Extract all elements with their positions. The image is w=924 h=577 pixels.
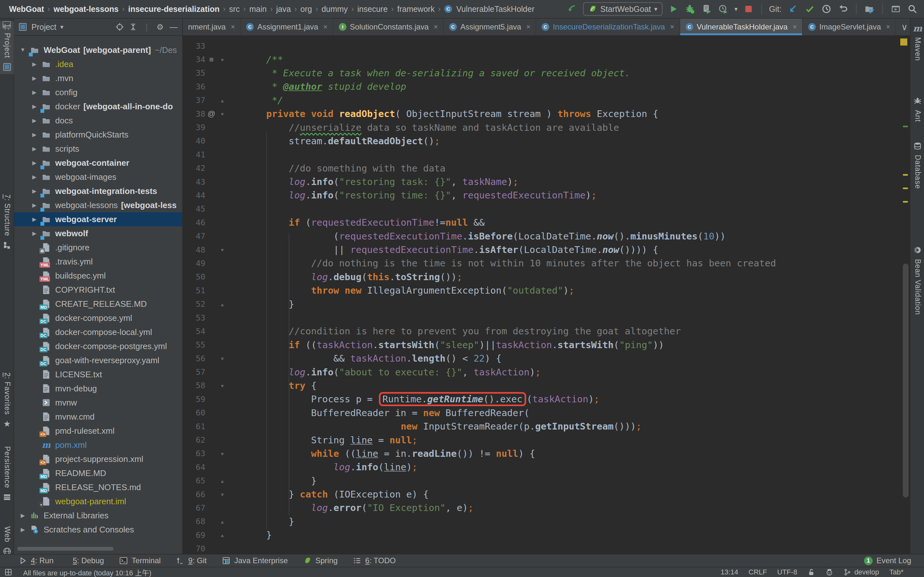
fold-down-icon[interactable]: ▿ — [218, 246, 227, 253]
tree-expand-icon[interactable]: ▶ — [29, 202, 40, 209]
code-line[interactable]: 58▿ try { — [183, 379, 901, 392]
tool-window-button-persistence[interactable]: Persistence — [0, 444, 14, 504]
hector-icon[interactable] — [825, 568, 833, 576]
code-line[interactable]: 47 (requestedExecutionTime.isBefore(Loca… — [183, 229, 901, 243]
git-rollback-button[interactable] — [837, 3, 849, 15]
code-line[interactable]: 68▵ } — [183, 515, 901, 528]
code-line[interactable]: 45 — [183, 202, 901, 216]
breadcrumb-item[interactable]: framework — [397, 5, 435, 14]
tree-expand-icon[interactable]: ▶ — [29, 103, 40, 110]
tree-row[interactable]: ▶webwolf — [14, 226, 182, 240]
run-config-selector[interactable]: StartWebGoat ▾ — [583, 2, 662, 16]
gear-icon[interactable]: ⚙ — [155, 22, 165, 32]
tool-window-button--debug[interactable]: 5: Debug — [69, 556, 104, 565]
tool-window-button-database[interactable]: Database — [911, 139, 924, 191]
code-line[interactable]: 70 — [183, 542, 901, 554]
stop-button[interactable] — [743, 3, 754, 15]
fold-down-icon[interactable]: ▿ — [218, 110, 227, 117]
tree-row[interactable]: MDREADME.MD — [14, 466, 182, 480]
tool-window-button--git[interactable]: 9: Git — [176, 556, 207, 565]
code-line[interactable]: 42 //do something with the data — [183, 161, 901, 175]
code-line[interactable]: 48▿ || requestedExecutionTime.isAfter(Lo… — [183, 243, 901, 256]
code-line[interactable]: 36 * @author stupid develop — [183, 80, 901, 93]
code-line[interactable]: 40 stream.defaultReadObject(); — [183, 134, 901, 148]
code-line[interactable]: 66▿ } catch (IOException e) { — [183, 488, 901, 501]
chevron-down-icon[interactable]: ▾ — [60, 23, 63, 31]
tree-row[interactable]: ▶webgoat-lessons[webgoat-less — [14, 198, 182, 212]
tree-row[interactable]: ▶webgoat-images — [14, 170, 182, 184]
tree-expand-icon[interactable]: ▶ — [17, 526, 28, 533]
fold-down-icon[interactable]: ▿ — [218, 491, 227, 498]
close-icon[interactable]: × — [670, 23, 674, 31]
breadcrumb-item[interactable]: java — [276, 5, 291, 14]
tree-row[interactable]: ▶config — [14, 85, 182, 99]
tree-expand-icon[interactable]: ▶ — [29, 131, 40, 138]
close-icon[interactable]: × — [793, 23, 797, 31]
fold-down-icon[interactable]: ▿ — [218, 56, 227, 63]
tree-expand-icon[interactable]: ▶ — [29, 75, 40, 82]
editor-tab[interactable]: nment.java× — [183, 19, 241, 35]
code-line[interactable]: 51 throw new IllegalArgumentException("o… — [183, 284, 901, 297]
error-stripe[interactable] — [901, 36, 910, 554]
tree-row[interactable]: ▶.idea — [14, 57, 182, 71]
editor-scrollbar[interactable] — [903, 263, 909, 498]
tree-expand-icon[interactable]: ▶ — [29, 61, 40, 68]
code-line[interactable]: 63▿ while ((line = in.readLine()) != nul… — [183, 447, 901, 460]
code-line[interactable]: 49 //do nothing is the time is not withi… — [183, 256, 901, 270]
run-anything-button[interactable] — [890, 3, 901, 15]
code-line[interactable]: 55 if ((taskAction.startsWith("sleep")||… — [183, 338, 901, 351]
breadcrumb-item[interactable]: insecure-deserialization — [128, 5, 220, 14]
tree-expand-icon[interactable]: ▶ — [29, 188, 40, 195]
tree-expand-icon[interactable]: ▶ — [29, 160, 40, 166]
tree-row[interactable]: ▶webgoat-integration-tests — [14, 184, 182, 198]
tree-expand-icon[interactable]: ▶ — [17, 512, 28, 519]
close-icon[interactable]: × — [231, 23, 235, 31]
tree-row[interactable]: mvnw — [14, 396, 182, 410]
tree-row[interactable]: ▼WebGoat[webgoat-parent]~/Des — [14, 43, 182, 57]
tree-row[interactable]: LICENSE.txt — [14, 367, 182, 382]
tree-row[interactable]: ▶webgoat-server — [14, 212, 182, 226]
git-commit-button[interactable] — [804, 3, 816, 15]
editor-tab[interactable]: CVulnerableTaskHolder.java× — [680, 19, 803, 35]
editor-tab[interactable]: CAssignment5.java× — [444, 19, 536, 35]
tool-window-button--favorites[interactable]: 2: Favorites★ — [0, 370, 14, 431]
indent-widget[interactable]: Tab* — [889, 568, 903, 576]
tree-expand-icon[interactable]: ▶ — [29, 89, 40, 96]
git-update-button[interactable] — [787, 3, 799, 15]
code-line[interactable]: 50 log.debug(this.toString()); — [183, 270, 901, 284]
breadcrumb-item[interactable]: webgoat-lessons — [53, 5, 119, 14]
git-branch-widget[interactable]: develop — [843, 568, 879, 576]
fold-up-icon[interactable]: ▵ — [218, 518, 227, 525]
tree-row[interactable]: COPYRIGHT.txt — [14, 283, 182, 297]
code-line[interactable]: 34≡▿ /** — [183, 53, 901, 66]
run-button[interactable] — [668, 3, 679, 15]
code-line[interactable]: 59 Process p = Runtime.getRuntime().exec… — [183, 392, 901, 406]
editor-tab[interactable]: ISolutionConstants.java× — [333, 19, 444, 35]
tree-row[interactable]: DCdocker-compose-local.yml — [14, 325, 182, 339]
tab-overflow-icon[interactable]: ∨ — [896, 19, 910, 35]
tree-row[interactable]: <>project-suppression.xml — [14, 452, 182, 466]
breadcrumb-item[interactable]: org — [300, 5, 312, 14]
debug-button[interactable] — [684, 3, 696, 15]
tool-window-button-maven[interactable]: mMaven — [911, 21, 924, 63]
code-line[interactable]: 52▵ } — [183, 297, 901, 311]
fold-down-icon[interactable]: ▿ — [218, 450, 227, 457]
event-log-button[interactable]: 1Event Log — [864, 556, 911, 565]
code-line[interactable]: 60 BufferedReader in = new BufferedReade… — [183, 406, 901, 420]
tool-window-button--todo[interactable]: 6: TODO — [353, 556, 396, 565]
code-line[interactable]: 56▿ && taskAction.length() < 22) { — [183, 351, 901, 365]
breadcrumb-item[interactable]: WebGoat — [9, 5, 44, 14]
tool-window-button--structure[interactable]: 7: Structure — [0, 192, 14, 252]
breadcrumb-item[interactable]: src — [229, 5, 240, 14]
fold-up-icon[interactable]: ▵ — [218, 477, 227, 484]
code-editor[interactable]: 3334≡▿ /**35 * Execute a task when de-se… — [183, 36, 910, 554]
tool-window-button--project[interactable]: 1: Project — [0, 21, 14, 74]
file-encoding[interactable]: UTF-8 — [777, 568, 797, 576]
breadcrumb-item[interactable]: dummy — [321, 5, 348, 14]
tree-row[interactable]: YMLbuildspec.yml — [14, 269, 182, 283]
editor-tab[interactable]: CInsecureDeserializationTask.java× — [536, 19, 680, 35]
tree-row[interactable]: mvnw.cmd — [14, 410, 182, 424]
tree-row[interactable]: DCdocker-compose-postgres.yml — [14, 339, 182, 353]
profiler-button[interactable] — [718, 3, 729, 15]
tool-window-button-bean-validation[interactable]: Bean Validation — [911, 243, 924, 318]
